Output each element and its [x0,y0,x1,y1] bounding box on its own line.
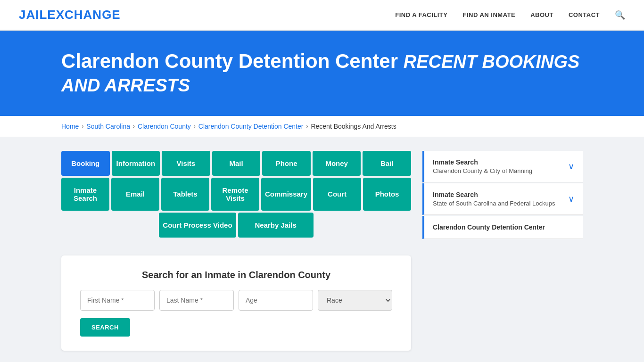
tab-photos[interactable]: Photos [363,178,411,211]
race-select[interactable]: Race White Black Hispanic Asian Other [318,290,392,311]
breadcrumb-sep1: › [82,123,83,130]
header-search-button[interactable]: 🔍 [615,10,625,20]
tab-nearby-jails[interactable]: Nearby Jails [238,213,314,238]
tab-email[interactable]: Email [111,178,159,211]
tab-money[interactable]: Money [313,151,361,176]
main-content: Booking Information Visits Mail Phone Mo… [0,137,644,362]
tab-remote-visits[interactable]: Remote Visits [211,178,259,211]
tab-court-process-video[interactable]: Court Process Video [159,213,236,238]
tab-commissary[interactable]: Commissary [261,178,311,211]
facility-nav-buttons: Booking Information Visits Mail Phone Mo… [61,151,411,244]
chevron-down-icon-2: ∨ [568,194,574,204]
nav-find-inmate[interactable]: FIND AN INMATE [462,11,515,18]
right-sidebar: Inmate Search Clarendon County & City of… [422,151,583,239]
tab-information[interactable]: Information [112,151,160,176]
inmate-search-form: Search for an Inmate in Clarendon County… [61,255,411,351]
breadcrumb-sep4: › [306,123,308,130]
tab-tablets[interactable]: Tablets [161,178,209,211]
tab-visits[interactable]: Visits [162,151,210,176]
hero-section: Clarendon County Detention Center RECENT… [0,31,644,116]
nav-contact[interactable]: CONTACT [569,11,600,18]
chevron-down-icon-1: ∨ [568,161,574,172]
page-title: Clarendon County Detention Center RECENT… [61,49,583,97]
last-name-input[interactable] [159,290,234,311]
breadcrumb-sc[interactable]: South Carolina [86,123,130,130]
main-nav: FIND A FACILITY FIND AN INMATE ABOUT CON… [395,10,625,20]
sidebar-item-sub-2: State of South Carolina and Federal Lock… [433,200,555,207]
nav-row-2: Inmate Search Email Tablets Remote Visit… [61,178,411,211]
breadcrumb-current: Recent Bookings And Arrests [311,123,396,130]
logo-part2: EXCHANGE [47,8,120,22]
sidebar-item-title-3: Clarendon County Detention Center [433,223,574,231]
sidebar-item-title-1: Inmate Search [433,158,532,166]
left-column: Booking Information Visits Mail Phone Mo… [61,151,411,351]
tab-booking[interactable]: Booking [61,151,110,176]
breadcrumb-facility[interactable]: Clarendon County Detention Center [198,123,304,130]
nav-about[interactable]: ABOUT [530,11,553,18]
breadcrumb-home[interactable]: Home [61,123,79,130]
tab-mail[interactable]: Mail [212,151,261,176]
header: JAILEXCHANGE FIND A FACILITY FIND AN INM… [0,0,644,31]
sidebar-inmate-search-county[interactable]: Inmate Search Clarendon County & City of… [422,151,583,182]
tab-bail[interactable]: Bail [363,151,411,176]
breadcrumb-sep3: › [194,123,196,130]
tab-phone[interactable]: Phone [262,151,311,176]
search-button[interactable]: SEARCH [80,318,130,337]
breadcrumb-sep2: › [133,123,135,130]
search-fields: Race White Black Hispanic Asian Other [80,290,392,311]
sidebar-item-title-2: Inmate Search [433,191,555,198]
tab-court[interactable]: Court [313,178,361,211]
nav-row-1: Booking Information Visits Mail Phone Mo… [61,151,411,176]
sidebar-facility-link[interactable]: Clarendon County Detention Center [422,216,583,239]
logo-part1: JAIL [19,8,47,22]
first-name-input[interactable] [80,290,155,311]
tab-inmate-search[interactable]: Inmate Search [61,178,109,211]
logo[interactable]: JAILEXCHANGE [19,8,121,22]
nav-row-3: Court Process Video Nearby Jails [61,213,411,238]
nav-find-facility[interactable]: FIND A FACILITY [395,11,447,18]
breadcrumb: Home › South Carolina › Clarendon County… [0,116,644,137]
age-input[interactable] [239,290,313,311]
search-title: Search for an Inmate in Clarendon County [80,270,392,280]
sidebar-item-sub-1: Clarendon County & City of Manning [433,167,532,174]
breadcrumb-county[interactable]: Clarendon County [138,123,191,130]
sidebar-inmate-search-state[interactable]: Inmate Search State of South Carolina an… [422,183,583,215]
